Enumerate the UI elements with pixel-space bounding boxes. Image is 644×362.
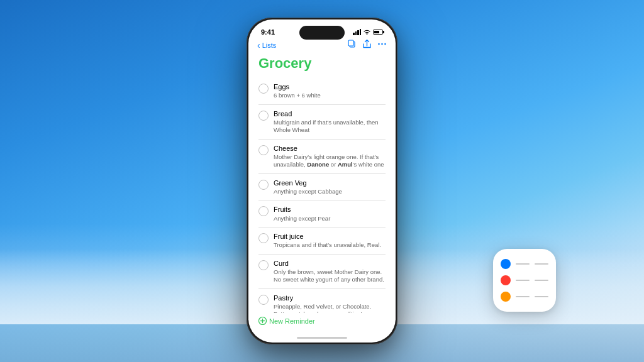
nav-action-buttons xyxy=(348,40,387,50)
nav-bar: ‹ Lists xyxy=(248,38,396,53)
red-dot-icon xyxy=(501,275,511,285)
item-checkbox[interactable] xyxy=(258,206,269,216)
reminder-item[interactable]: Fruits Anything except Pear xyxy=(258,200,386,228)
item-checkbox[interactable] xyxy=(258,145,269,155)
item-title: Pastry xyxy=(274,293,386,302)
item-text: Fruits Anything except Pear xyxy=(274,205,386,222)
reminders-app-icon xyxy=(493,249,556,312)
more-icon[interactable] xyxy=(377,40,387,50)
new-reminder-bar: New Reminder xyxy=(248,312,396,330)
item-text: Eggs 6 brown + 6 white xyxy=(274,82,386,100)
item-text: Curd Only the brown, sweet Mother Dairy … xyxy=(274,259,386,284)
iphone-frame: 9:41 xyxy=(247,18,397,344)
item-subtitle: Anything except Pear xyxy=(274,215,386,222)
icon-line-short xyxy=(535,280,548,282)
item-checkbox[interactable] xyxy=(258,295,269,305)
item-checkbox[interactable] xyxy=(258,84,269,94)
icon-line xyxy=(516,263,530,265)
blue-dot-icon xyxy=(501,259,511,269)
signal-bars-icon xyxy=(353,29,361,35)
back-chevron-icon: ‹ xyxy=(257,40,260,50)
dynamic-island xyxy=(299,26,345,40)
item-title: Bread xyxy=(274,109,386,118)
status-icons xyxy=(353,29,383,35)
reminder-item[interactable]: Fruit juice Tropicana and if that's unav… xyxy=(258,228,386,255)
new-reminder-button[interactable]: New Reminder xyxy=(258,317,315,325)
icon-line xyxy=(516,280,530,282)
new-reminder-label: New Reminder xyxy=(269,317,315,325)
item-title: Cheese xyxy=(274,144,386,153)
icon-row-orange xyxy=(501,292,548,302)
copy-icon[interactable] xyxy=(348,40,357,50)
icon-line xyxy=(516,296,530,298)
iphone-screen: 9:41 xyxy=(248,19,396,343)
item-title: Eggs xyxy=(274,82,386,91)
item-checkbox[interactable] xyxy=(258,260,269,270)
item-title: Fruit juice xyxy=(274,232,386,241)
icon-row-red xyxy=(501,275,548,285)
svg-point-2 xyxy=(378,43,380,45)
item-title: Curd xyxy=(274,259,386,268)
item-text: Green Veg Anything except Cabbage xyxy=(274,178,386,196)
item-subtitle: Tropicana and if that's unavailable, Rea… xyxy=(274,241,386,249)
icon-line-short xyxy=(535,263,548,265)
reminder-item[interactable]: Green Veg Anything except Cabbage xyxy=(258,174,386,201)
wifi-icon xyxy=(363,29,371,35)
item-checkbox[interactable] xyxy=(258,180,269,190)
svg-point-4 xyxy=(384,43,386,45)
plus-circle-icon xyxy=(258,317,267,325)
reminder-item[interactable]: Cheese Mother Dairy's light orange one. … xyxy=(258,140,386,174)
item-title: Fruits xyxy=(274,205,386,214)
reminder-item[interactable]: Bread Multigrain and if that's unavailab… xyxy=(258,105,386,140)
item-subtitle: Anything except Cabbage xyxy=(274,188,386,195)
status-time: 9:41 xyxy=(261,28,275,36)
item-subtitle: Multigrain and if that's unavailable, th… xyxy=(274,119,386,134)
back-button[interactable]: ‹ Lists xyxy=(257,40,276,50)
icon-row-blue xyxy=(501,259,548,269)
item-checkbox[interactable] xyxy=(258,111,269,121)
reminder-item[interactable]: Curd Only the brown, sweet Mother Dairy … xyxy=(258,255,386,289)
list-content: Grocery Eggs 6 brown + 6 white Bread Mul… xyxy=(248,53,396,313)
item-subtitle: 6 brown + 6 white xyxy=(274,92,386,99)
list-title: Grocery xyxy=(258,55,386,72)
item-text: Fruit juice Tropicana and if that's unav… xyxy=(274,232,386,250)
item-text: Cheese Mother Dairy's light orange one. … xyxy=(274,144,386,169)
item-checkbox[interactable] xyxy=(258,233,269,243)
share-icon[interactable] xyxy=(363,40,371,50)
item-subtitle: Mother Dairy's light orange one. If that… xyxy=(274,153,386,169)
orange-dot-icon xyxy=(501,292,511,302)
icon-line-short xyxy=(535,296,548,298)
svg-point-3 xyxy=(381,43,383,45)
svg-rect-1 xyxy=(348,40,353,46)
item-title: Green Veg xyxy=(274,178,386,187)
item-subtitle: Only the brown, sweet Mother Dairy one. … xyxy=(274,268,386,284)
item-text: Bread Multigrain and if that's unavailab… xyxy=(274,109,386,134)
item-text: Pastry Pineapple, Red Velvet, or Chocola… xyxy=(274,293,386,313)
home-indicator xyxy=(297,337,347,339)
back-label: Lists xyxy=(262,41,277,49)
reminder-item[interactable]: Pastry Pineapple, Red Velvet, or Chocola… xyxy=(258,289,386,313)
reminder-item[interactable]: Eggs 6 brown + 6 white xyxy=(258,78,386,105)
battery-icon xyxy=(373,30,383,35)
